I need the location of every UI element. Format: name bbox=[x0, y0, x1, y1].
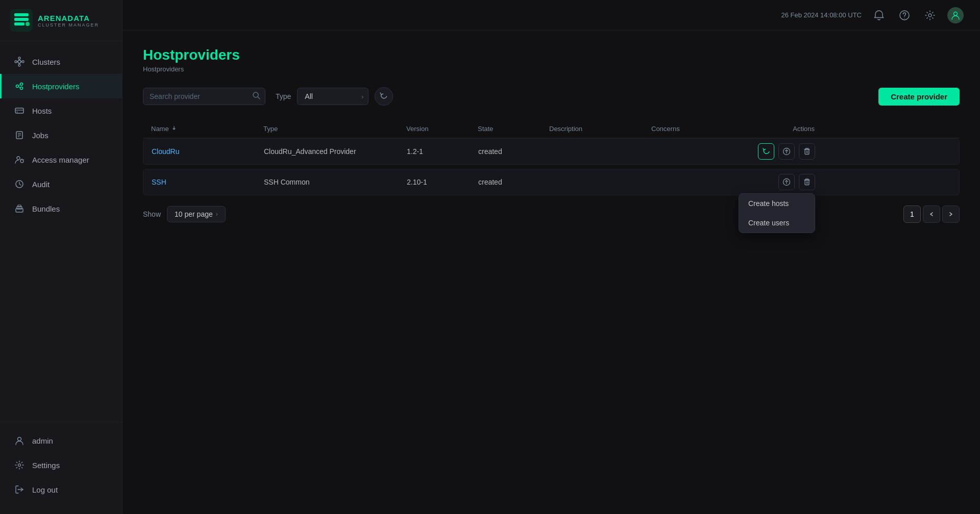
page-content: Hostproviders Hostproviders Type All › bbox=[122, 31, 980, 514]
svg-line-17 bbox=[18, 85, 20, 86]
table-col-type: Type bbox=[263, 125, 406, 133]
svg-point-36 bbox=[18, 464, 21, 467]
sidebar-item-label-bundles: Bundles bbox=[32, 204, 60, 213]
audit-icon bbox=[14, 178, 25, 190]
sidebar-item-label-admin: admin bbox=[32, 436, 53, 445]
page-title: Hostproviders bbox=[143, 47, 960, 63]
sidebar-item-admin[interactable]: admin bbox=[0, 428, 122, 453]
page-prev-button[interactable] bbox=[923, 205, 940, 223]
logout-icon bbox=[14, 484, 25, 495]
sidebar-item-label-jobs: Jobs bbox=[32, 131, 48, 140]
svg-point-5 bbox=[18, 60, 21, 63]
sidebar-item-hostproviders[interactable]: Hostproviders bbox=[0, 74, 122, 98]
table-col-concerns: Concerns bbox=[651, 125, 743, 133]
breadcrumb: Hostproviders bbox=[143, 65, 960, 73]
notifications-button[interactable] bbox=[871, 7, 887, 23]
logo-sub-text: CLUSTER MANAGER bbox=[38, 22, 99, 28]
cell-name: CloudRu bbox=[152, 147, 264, 156]
svg-point-4 bbox=[26, 22, 30, 26]
delete-button-cloudru[interactable] bbox=[799, 143, 815, 160]
type-select[interactable]: All bbox=[297, 88, 369, 105]
logo: ARENADATA CLUSTER MANAGER bbox=[0, 0, 122, 41]
svg-point-9 bbox=[22, 61, 24, 63]
hosts-icon bbox=[14, 105, 25, 116]
sidebar-item-label-access-manager: Access manager bbox=[32, 156, 89, 164]
dropdown-create-users[interactable]: Create users bbox=[739, 213, 815, 233]
upload-button-ssh[interactable] bbox=[778, 174, 795, 190]
cell-version: 1.2-1 bbox=[407, 147, 478, 156]
provider-link-cloudru[interactable]: CloudRu bbox=[152, 147, 179, 156]
svg-line-29 bbox=[20, 160, 21, 161]
settings-topbar-button[interactable] bbox=[922, 7, 938, 23]
actions-cell-ssh: Create hosts Create users bbox=[744, 174, 815, 190]
page-button-1[interactable]: 1 bbox=[903, 205, 921, 223]
actions-cell bbox=[744, 143, 815, 160]
sidebar-item-settings[interactable]: Settings bbox=[0, 453, 122, 477]
topbar-right: 26 Feb 2024 14:08:00 UTC bbox=[781, 7, 964, 23]
delete-button-ssh[interactable] bbox=[799, 174, 815, 190]
svg-point-40 bbox=[928, 14, 932, 17]
svg-point-35 bbox=[18, 438, 21, 441]
hostproviders-icon bbox=[14, 81, 25, 92]
table-row: CloudRu CloudRu_Advanced Provider 1.2-1 … bbox=[143, 138, 960, 165]
upload-button-cloudru[interactable] bbox=[778, 143, 795, 160]
svg-point-38 bbox=[900, 11, 909, 20]
cell-state: created bbox=[478, 178, 550, 186]
search-input[interactable] bbox=[143, 88, 265, 105]
svg-line-18 bbox=[18, 87, 20, 88]
svg-point-41 bbox=[954, 12, 958, 15]
dropdown-create-hosts[interactable]: Create hosts bbox=[739, 194, 815, 213]
table-header: Name Type Version State Description Conc… bbox=[143, 120, 960, 138]
svg-line-30 bbox=[23, 160, 24, 161]
svg-point-15 bbox=[20, 83, 23, 86]
table-col-state: State bbox=[478, 125, 549, 133]
sidebar-item-hosts[interactable]: Hosts bbox=[0, 98, 122, 123]
table-col-name: Name bbox=[151, 125, 263, 133]
settings-icon bbox=[14, 459, 25, 471]
sidebar-item-label-settings: Settings bbox=[32, 461, 60, 470]
create-provider-button[interactable]: Create provider bbox=[878, 88, 960, 106]
svg-point-8 bbox=[15, 61, 17, 63]
topbar-datetime: 26 Feb 2024 14:08:00 UTC bbox=[781, 11, 862, 19]
main-area: 26 Feb 2024 14:08:00 UTC bbox=[122, 0, 980, 514]
refresh-button[interactable] bbox=[375, 87, 393, 106]
sidebar-item-logout[interactable]: Log out bbox=[0, 477, 122, 502]
help-button[interactable] bbox=[896, 7, 913, 23]
logo-main-text: ARENADATA bbox=[38, 14, 99, 22]
svg-rect-2 bbox=[14, 18, 29, 21]
sidebar: ARENADATA CLUSTER MANAGER Clusters bbox=[0, 0, 122, 514]
sidebar-item-bundles[interactable]: Bundles bbox=[0, 196, 122, 221]
sync-button-cloudru[interactable] bbox=[758, 143, 774, 160]
search-input-wrap bbox=[143, 88, 265, 105]
sidebar-item-clusters[interactable]: Clusters bbox=[0, 49, 122, 74]
sidebar-item-jobs[interactable]: Jobs bbox=[0, 123, 122, 147]
logo-text: ARENADATA CLUSTER MANAGER bbox=[38, 14, 99, 28]
svg-rect-51 bbox=[805, 181, 809, 185]
sidebar-item-audit[interactable]: Audit bbox=[0, 172, 122, 196]
sort-icon bbox=[171, 125, 177, 133]
provider-link-ssh[interactable]: SSH bbox=[152, 178, 166, 186]
providers-table: Name Type Version State Description Conc… bbox=[143, 120, 960, 195]
sidebar-item-label-hosts: Hosts bbox=[32, 107, 52, 115]
table-row: SSH SSH Common 2.10-1 created bbox=[143, 169, 960, 195]
type-select-wrap: All › bbox=[297, 88, 369, 105]
type-label: Type bbox=[276, 92, 291, 100]
admin-icon bbox=[14, 435, 25, 446]
svg-rect-3 bbox=[14, 22, 24, 25]
svg-point-26 bbox=[17, 157, 20, 160]
svg-point-21 bbox=[17, 112, 18, 113]
actions-dropdown-menu: Create hosts Create users bbox=[739, 193, 815, 233]
cell-type: SSH Common bbox=[264, 178, 407, 186]
sidebar-item-access-manager[interactable]: Access manager bbox=[0, 147, 122, 172]
pagination-bar: Show 10 per page › 1 bbox=[143, 205, 960, 223]
page-buttons: 1 bbox=[903, 205, 960, 223]
chevron-down-icon: › bbox=[216, 211, 218, 218]
toolbar: Type All › Create provider bbox=[143, 87, 960, 106]
svg-rect-19 bbox=[15, 108, 23, 113]
per-page-select[interactable]: 10 per page › bbox=[167, 206, 226, 222]
clusters-icon bbox=[14, 56, 25, 67]
page-next-button[interactable] bbox=[942, 205, 960, 223]
svg-rect-1 bbox=[14, 13, 29, 16]
sidebar-item-label-clusters: Clusters bbox=[32, 58, 60, 66]
user-avatar[interactable] bbox=[947, 7, 964, 23]
